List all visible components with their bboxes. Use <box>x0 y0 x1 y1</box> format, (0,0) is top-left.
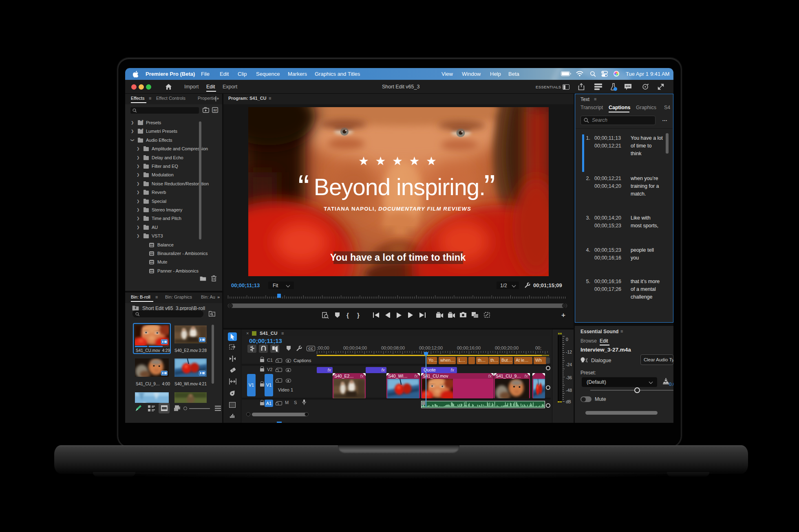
svg-text:You have a lot of time to thin: You have a lot of time to think <box>330 252 466 263</box>
svg-text:“: “ <box>298 168 308 206</box>
svg-text:32: 32 <box>213 108 217 112</box>
svg-text:Beyond inspiring.: Beyond inspiring. <box>314 174 485 200</box>
svg-text:TATIANA NAPOLI, DOCUMENTARY FI: TATIANA NAPOLI, DOCUMENTARY FILM REVIEWS <box>324 206 471 212</box>
svg-text:”: ” <box>484 168 494 206</box>
